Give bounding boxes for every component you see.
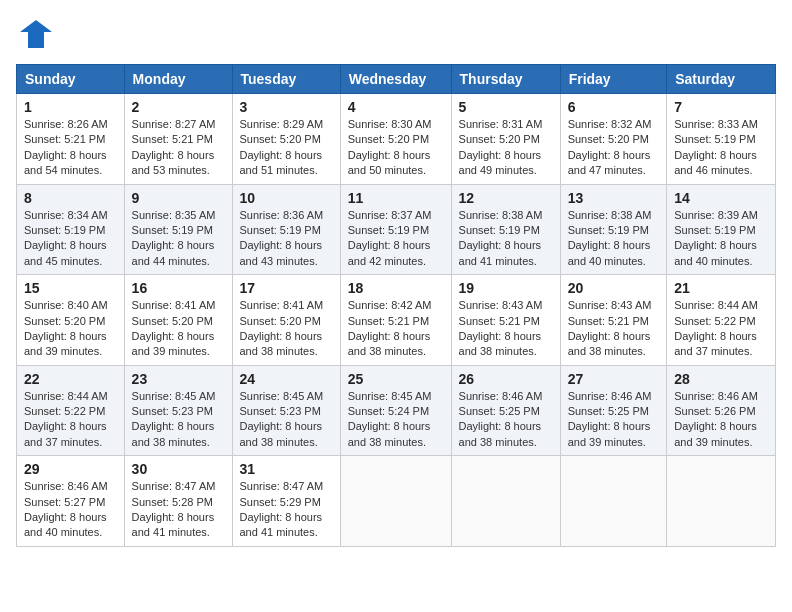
day-number: 3: [240, 99, 333, 115]
calendar-week-row: 8Sunrise: 8:34 AMSunset: 5:19 PMDaylight…: [17, 184, 776, 275]
day-info: Sunrise: 8:38 AMSunset: 5:19 PMDaylight:…: [568, 209, 652, 267]
weekday-header: Monday: [124, 65, 232, 94]
day-info: Sunrise: 8:38 AMSunset: 5:19 PMDaylight:…: [459, 209, 543, 267]
logo-icon: [16, 16, 52, 52]
calendar-cell: 24Sunrise: 8:45 AMSunset: 5:23 PMDayligh…: [232, 365, 340, 456]
weekday-header: Tuesday: [232, 65, 340, 94]
calendar-cell: 28Sunrise: 8:46 AMSunset: 5:26 PMDayligh…: [667, 365, 776, 456]
day-number: 9: [132, 190, 225, 206]
calendar-week-row: 15Sunrise: 8:40 AMSunset: 5:20 PMDayligh…: [17, 275, 776, 366]
day-number: 26: [459, 371, 553, 387]
day-info: Sunrise: 8:45 AMSunset: 5:23 PMDaylight:…: [240, 390, 324, 448]
day-info: Sunrise: 8:45 AMSunset: 5:24 PMDaylight:…: [348, 390, 432, 448]
day-info: Sunrise: 8:44 AMSunset: 5:22 PMDaylight:…: [674, 299, 758, 357]
calendar-cell: 1Sunrise: 8:26 AMSunset: 5:21 PMDaylight…: [17, 94, 125, 185]
day-number: 23: [132, 371, 225, 387]
calendar-cell: [560, 456, 667, 547]
day-number: 17: [240, 280, 333, 296]
day-info: Sunrise: 8:41 AMSunset: 5:20 PMDaylight:…: [132, 299, 216, 357]
day-info: Sunrise: 8:31 AMSunset: 5:20 PMDaylight:…: [459, 118, 543, 176]
day-info: Sunrise: 8:45 AMSunset: 5:23 PMDaylight:…: [132, 390, 216, 448]
calendar-cell: 13Sunrise: 8:38 AMSunset: 5:19 PMDayligh…: [560, 184, 667, 275]
day-number: 8: [24, 190, 117, 206]
day-info: Sunrise: 8:44 AMSunset: 5:22 PMDaylight:…: [24, 390, 108, 448]
calendar-cell: 17Sunrise: 8:41 AMSunset: 5:20 PMDayligh…: [232, 275, 340, 366]
day-number: 18: [348, 280, 444, 296]
day-info: Sunrise: 8:43 AMSunset: 5:21 PMDaylight:…: [459, 299, 543, 357]
calendar-cell: 29Sunrise: 8:46 AMSunset: 5:27 PMDayligh…: [17, 456, 125, 547]
calendar-cell: 30Sunrise: 8:47 AMSunset: 5:28 PMDayligh…: [124, 456, 232, 547]
calendar-week-row: 29Sunrise: 8:46 AMSunset: 5:27 PMDayligh…: [17, 456, 776, 547]
day-info: Sunrise: 8:36 AMSunset: 5:19 PMDaylight:…: [240, 209, 324, 267]
day-info: Sunrise: 8:39 AMSunset: 5:19 PMDaylight:…: [674, 209, 758, 267]
calendar-cell: 5Sunrise: 8:31 AMSunset: 5:20 PMDaylight…: [451, 94, 560, 185]
day-number: 7: [674, 99, 768, 115]
calendar-cell: 3Sunrise: 8:29 AMSunset: 5:20 PMDaylight…: [232, 94, 340, 185]
calendar-cell: 20Sunrise: 8:43 AMSunset: 5:21 PMDayligh…: [560, 275, 667, 366]
day-info: Sunrise: 8:47 AMSunset: 5:28 PMDaylight:…: [132, 480, 216, 538]
day-number: 20: [568, 280, 660, 296]
weekday-header: Friday: [560, 65, 667, 94]
day-number: 13: [568, 190, 660, 206]
day-number: 30: [132, 461, 225, 477]
day-number: 31: [240, 461, 333, 477]
calendar-header-row: SundayMondayTuesdayWednesdayThursdayFrid…: [17, 65, 776, 94]
day-number: 19: [459, 280, 553, 296]
calendar-cell: 19Sunrise: 8:43 AMSunset: 5:21 PMDayligh…: [451, 275, 560, 366]
day-number: 28: [674, 371, 768, 387]
calendar-cell: 31Sunrise: 8:47 AMSunset: 5:29 PMDayligh…: [232, 456, 340, 547]
day-number: 15: [24, 280, 117, 296]
calendar-cell: 16Sunrise: 8:41 AMSunset: 5:20 PMDayligh…: [124, 275, 232, 366]
logo: [16, 16, 58, 52]
calendar-cell: 2Sunrise: 8:27 AMSunset: 5:21 PMDaylight…: [124, 94, 232, 185]
calendar-week-row: 1Sunrise: 8:26 AMSunset: 5:21 PMDaylight…: [17, 94, 776, 185]
day-info: Sunrise: 8:29 AMSunset: 5:20 PMDaylight:…: [240, 118, 324, 176]
day-number: 16: [132, 280, 225, 296]
day-info: Sunrise: 8:41 AMSunset: 5:20 PMDaylight:…: [240, 299, 324, 357]
calendar-cell: 15Sunrise: 8:40 AMSunset: 5:20 PMDayligh…: [17, 275, 125, 366]
day-info: Sunrise: 8:46 AMSunset: 5:27 PMDaylight:…: [24, 480, 108, 538]
calendar-cell: 21Sunrise: 8:44 AMSunset: 5:22 PMDayligh…: [667, 275, 776, 366]
day-number: 1: [24, 99, 117, 115]
calendar-week-row: 22Sunrise: 8:44 AMSunset: 5:22 PMDayligh…: [17, 365, 776, 456]
day-info: Sunrise: 8:46 AMSunset: 5:25 PMDaylight:…: [459, 390, 543, 448]
day-number: 21: [674, 280, 768, 296]
day-info: Sunrise: 8:32 AMSunset: 5:20 PMDaylight:…: [568, 118, 652, 176]
calendar-cell: 26Sunrise: 8:46 AMSunset: 5:25 PMDayligh…: [451, 365, 560, 456]
calendar-cell: 7Sunrise: 8:33 AMSunset: 5:19 PMDaylight…: [667, 94, 776, 185]
calendar-cell: 18Sunrise: 8:42 AMSunset: 5:21 PMDayligh…: [340, 275, 451, 366]
day-info: Sunrise: 8:30 AMSunset: 5:20 PMDaylight:…: [348, 118, 432, 176]
weekday-header: Sunday: [17, 65, 125, 94]
calendar-cell: 22Sunrise: 8:44 AMSunset: 5:22 PMDayligh…: [17, 365, 125, 456]
day-info: Sunrise: 8:43 AMSunset: 5:21 PMDaylight:…: [568, 299, 652, 357]
calendar-cell: 9Sunrise: 8:35 AMSunset: 5:19 PMDaylight…: [124, 184, 232, 275]
calendar-cell: [667, 456, 776, 547]
calendar-cell: [451, 456, 560, 547]
day-info: Sunrise: 8:35 AMSunset: 5:19 PMDaylight:…: [132, 209, 216, 267]
calendar-cell: 8Sunrise: 8:34 AMSunset: 5:19 PMDaylight…: [17, 184, 125, 275]
calendar-cell: 6Sunrise: 8:32 AMSunset: 5:20 PMDaylight…: [560, 94, 667, 185]
calendar: SundayMondayTuesdayWednesdayThursdayFrid…: [16, 64, 776, 547]
calendar-cell: 14Sunrise: 8:39 AMSunset: 5:19 PMDayligh…: [667, 184, 776, 275]
day-number: 29: [24, 461, 117, 477]
weekday-header: Thursday: [451, 65, 560, 94]
svg-marker-0: [20, 20, 52, 48]
day-info: Sunrise: 8:37 AMSunset: 5:19 PMDaylight:…: [348, 209, 432, 267]
day-number: 5: [459, 99, 553, 115]
calendar-body: 1Sunrise: 8:26 AMSunset: 5:21 PMDaylight…: [17, 94, 776, 547]
calendar-cell: 10Sunrise: 8:36 AMSunset: 5:19 PMDayligh…: [232, 184, 340, 275]
day-info: Sunrise: 8:47 AMSunset: 5:29 PMDaylight:…: [240, 480, 324, 538]
day-info: Sunrise: 8:34 AMSunset: 5:19 PMDaylight:…: [24, 209, 108, 267]
day-number: 24: [240, 371, 333, 387]
page-header: [16, 16, 776, 52]
day-number: 22: [24, 371, 117, 387]
day-number: 27: [568, 371, 660, 387]
calendar-cell: 4Sunrise: 8:30 AMSunset: 5:20 PMDaylight…: [340, 94, 451, 185]
day-number: 11: [348, 190, 444, 206]
day-number: 25: [348, 371, 444, 387]
day-number: 4: [348, 99, 444, 115]
day-info: Sunrise: 8:46 AMSunset: 5:26 PMDaylight:…: [674, 390, 758, 448]
weekday-header: Saturday: [667, 65, 776, 94]
day-number: 2: [132, 99, 225, 115]
calendar-cell: 27Sunrise: 8:46 AMSunset: 5:25 PMDayligh…: [560, 365, 667, 456]
